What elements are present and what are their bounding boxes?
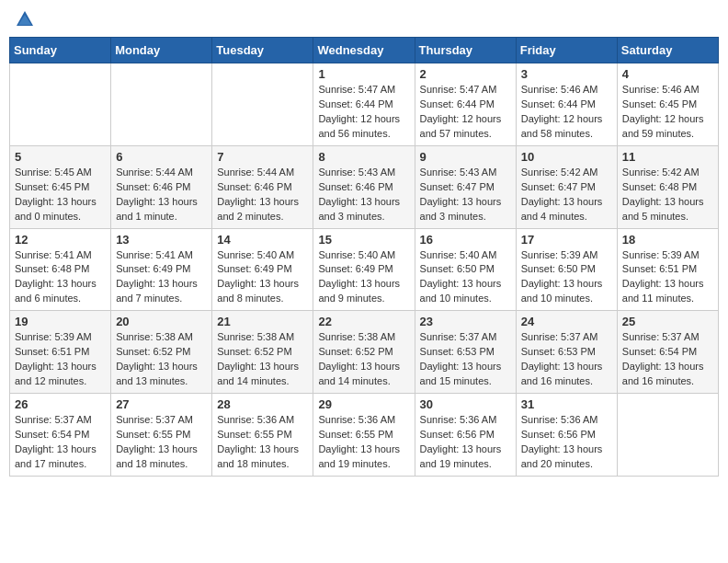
calendar-header-row: SundayMondayTuesdayWednesdayThursdayFrid… [10,38,719,63]
day-number: 23 [420,315,511,328]
day-number: 3 [521,67,612,81]
day-number: 26 [15,397,106,411]
weekday-header: Wednesday [313,38,415,63]
day-info: Sunrise: 5:47 AMSunset: 6:44 PMDaylight:… [318,83,409,142]
calendar-day-cell: 31Sunrise: 5:36 AMSunset: 6:56 PMDayligh… [516,394,617,477]
day-number: 14 [217,233,308,247]
calendar-day-cell: 29Sunrise: 5:36 AMSunset: 6:55 PMDayligh… [313,394,415,477]
day-number: 24 [521,315,612,328]
calendar-day-cell: 24Sunrise: 5:37 AMSunset: 6:53 PMDayligh… [516,311,617,394]
weekday-header: Sunday [10,38,111,63]
day-info: Sunrise: 5:43 AMSunset: 6:46 PMDaylight:… [318,166,409,224]
day-info: Sunrise: 5:40 AMSunset: 6:49 PMDaylight:… [318,248,409,307]
calendar-day-cell: 5Sunrise: 5:45 AMSunset: 6:45 PMDaylight… [10,145,111,228]
day-number: 15 [318,233,409,247]
weekday-header: Tuesday [212,38,313,63]
calendar-day-cell: 10Sunrise: 5:42 AMSunset: 6:47 PMDayligh… [516,145,617,228]
calendar-day-cell: 4Sunrise: 5:46 AMSunset: 6:45 PMDaylight… [617,63,718,146]
page-header [9,9,719,29]
day-info: Sunrise: 5:36 AMSunset: 6:56 PMDaylight:… [521,413,612,472]
day-number: 16 [420,233,511,247]
day-number: 12 [15,233,106,247]
day-info: Sunrise: 5:39 AMSunset: 6:51 PMDaylight:… [622,248,713,307]
day-number: 9 [420,150,511,164]
calendar-day-cell [617,394,718,477]
day-info: Sunrise: 5:38 AMSunset: 6:52 PMDaylight:… [318,330,409,389]
day-number: 25 [622,315,713,328]
calendar-day-cell: 1Sunrise: 5:47 AMSunset: 6:44 PMDaylight… [313,63,415,146]
day-number: 5 [15,150,106,164]
calendar-week-row: 5Sunrise: 5:45 AMSunset: 6:45 PMDaylight… [10,145,719,228]
day-info: Sunrise: 5:39 AMSunset: 6:51 PMDaylight:… [15,330,106,389]
calendar-week-row: 19Sunrise: 5:39 AMSunset: 6:51 PMDayligh… [10,311,719,394]
day-number: 27 [116,397,207,411]
day-info: Sunrise: 5:37 AMSunset: 6:53 PMDaylight:… [521,330,612,389]
calendar-day-cell: 19Sunrise: 5:39 AMSunset: 6:51 PMDayligh… [10,311,111,394]
day-info: Sunrise: 5:39 AMSunset: 6:50 PMDaylight:… [521,248,612,307]
day-number: 21 [217,315,308,328]
calendar-day-cell: 25Sunrise: 5:37 AMSunset: 6:54 PMDayligh… [617,311,718,394]
day-number: 22 [318,315,409,328]
calendar-day-cell: 6Sunrise: 5:44 AMSunset: 6:46 PMDaylight… [111,145,212,228]
day-number: 29 [318,397,409,411]
day-number: 6 [116,150,207,164]
calendar-day-cell: 27Sunrise: 5:37 AMSunset: 6:55 PMDayligh… [111,394,212,477]
day-info: Sunrise: 5:42 AMSunset: 6:48 PMDaylight:… [622,166,713,224]
day-number: 20 [116,315,207,328]
calendar-day-cell: 7Sunrise: 5:44 AMSunset: 6:46 PMDaylight… [212,145,313,228]
weekday-header: Saturday [617,38,718,63]
day-info: Sunrise: 5:40 AMSunset: 6:50 PMDaylight:… [420,248,511,307]
calendar-day-cell: 11Sunrise: 5:42 AMSunset: 6:48 PMDayligh… [617,145,718,228]
day-number: 1 [318,67,409,81]
calendar-day-cell: 17Sunrise: 5:39 AMSunset: 6:50 PMDayligh… [516,228,617,311]
day-info: Sunrise: 5:37 AMSunset: 6:55 PMDaylight:… [116,413,207,472]
calendar-day-cell: 23Sunrise: 5:37 AMSunset: 6:53 PMDayligh… [415,311,516,394]
calendar-day-cell: 30Sunrise: 5:36 AMSunset: 6:56 PMDayligh… [415,394,516,477]
calendar-week-row: 26Sunrise: 5:37 AMSunset: 6:54 PMDayligh… [10,394,719,477]
calendar-day-cell: 14Sunrise: 5:40 AMSunset: 6:49 PMDayligh… [212,228,313,311]
day-number: 8 [318,150,409,164]
calendar-day-cell: 21Sunrise: 5:38 AMSunset: 6:52 PMDayligh… [212,311,313,394]
day-number: 7 [217,150,308,164]
calendar-day-cell: 28Sunrise: 5:36 AMSunset: 6:55 PMDayligh… [212,394,313,477]
calendar-day-cell: 2Sunrise: 5:47 AMSunset: 6:44 PMDaylight… [415,63,516,146]
day-info: Sunrise: 5:36 AMSunset: 6:55 PMDaylight:… [318,413,409,472]
day-info: Sunrise: 5:37 AMSunset: 6:53 PMDaylight:… [420,330,511,389]
calendar-week-row: 12Sunrise: 5:41 AMSunset: 6:48 PMDayligh… [10,228,719,311]
day-info: Sunrise: 5:37 AMSunset: 6:54 PMDaylight:… [15,413,106,472]
calendar-day-cell: 18Sunrise: 5:39 AMSunset: 6:51 PMDayligh… [617,228,718,311]
calendar-day-cell [111,63,212,146]
day-number: 18 [622,233,713,247]
calendar-day-cell: 22Sunrise: 5:38 AMSunset: 6:52 PMDayligh… [313,311,415,394]
calendar-table: SundayMondayTuesdayWednesdayThursdayFrid… [9,37,719,477]
calendar-body: 1Sunrise: 5:47 AMSunset: 6:44 PMDaylight… [10,63,719,477]
calendar-day-cell: 9Sunrise: 5:43 AMSunset: 6:47 PMDaylight… [415,145,516,228]
day-info: Sunrise: 5:37 AMSunset: 6:54 PMDaylight:… [622,330,713,389]
day-number: 19 [15,315,106,328]
weekday-header: Thursday [415,38,516,63]
day-number: 28 [217,397,308,411]
day-number: 30 [420,397,511,411]
day-info: Sunrise: 5:40 AMSunset: 6:49 PMDaylight:… [217,248,308,307]
day-number: 10 [521,150,612,164]
logo-icon [15,9,35,29]
day-number: 4 [622,67,713,81]
logo [13,9,39,29]
calendar-day-cell: 12Sunrise: 5:41 AMSunset: 6:48 PMDayligh… [10,228,111,311]
calendar-day-cell: 3Sunrise: 5:46 AMSunset: 6:44 PMDaylight… [516,63,617,146]
weekday-header: Monday [111,38,212,63]
day-number: 13 [116,233,207,247]
calendar-day-cell: 20Sunrise: 5:38 AMSunset: 6:52 PMDayligh… [111,311,212,394]
calendar-day-cell: 8Sunrise: 5:43 AMSunset: 6:46 PMDaylight… [313,145,415,228]
calendar-day-cell: 16Sunrise: 5:40 AMSunset: 6:50 PMDayligh… [415,228,516,311]
day-info: Sunrise: 5:43 AMSunset: 6:47 PMDaylight:… [420,166,511,224]
day-info: Sunrise: 5:44 AMSunset: 6:46 PMDaylight:… [116,166,207,224]
day-info: Sunrise: 5:41 AMSunset: 6:49 PMDaylight:… [116,248,207,307]
day-number: 31 [521,397,612,411]
day-number: 17 [521,233,612,247]
day-info: Sunrise: 5:38 AMSunset: 6:52 PMDaylight:… [217,330,308,389]
calendar-day-cell: 13Sunrise: 5:41 AMSunset: 6:49 PMDayligh… [111,228,212,311]
day-info: Sunrise: 5:38 AMSunset: 6:52 PMDaylight:… [116,330,207,389]
calendar-week-row: 1Sunrise: 5:47 AMSunset: 6:44 PMDaylight… [10,63,719,146]
day-number: 2 [420,67,511,81]
